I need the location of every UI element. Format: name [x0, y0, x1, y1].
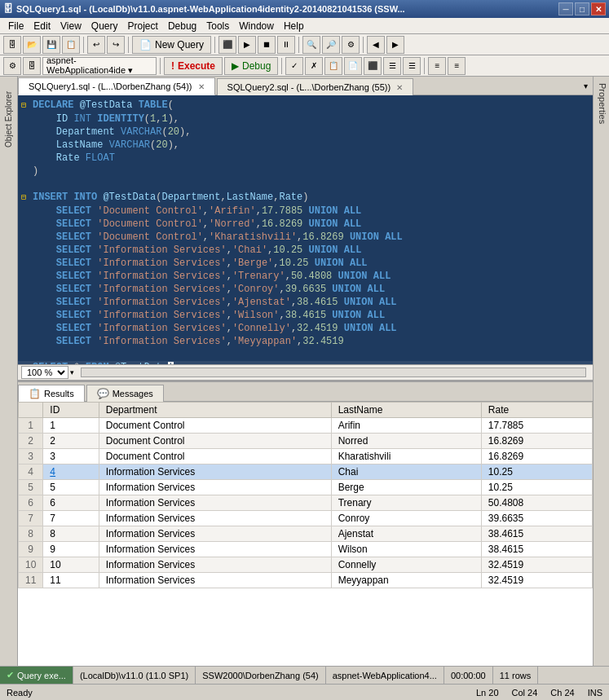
tb-btn-17[interactable]: 🗄 — [23, 57, 41, 75]
table-row[interactable]: 33Document ControlKharatishvili16.8269 — [19, 449, 593, 464]
tab-query2-close[interactable]: ✕ — [396, 83, 403, 92]
tb-btn-10[interactable]: ⏸ — [277, 36, 295, 54]
tb-btn-11[interactable]: 🔍 — [302, 36, 320, 54]
properties-tab[interactable]: Properties — [594, 77, 609, 130]
tb-btn-7[interactable]: ⬛ — [218, 36, 236, 54]
execute-button[interactable]: ! Execute — [164, 57, 223, 75]
tb-btn-21[interactable]: 📄 — [344, 57, 362, 75]
department-cell: Document Control — [99, 449, 331, 464]
table-row[interactable]: 1111Information ServicesMeyyappan32.4519 — [19, 573, 593, 588]
tb-btn-19[interactable]: ✗ — [305, 57, 323, 75]
id-cell[interactable]: 11 — [43, 573, 99, 588]
results-tab-messages[interactable]: 💬 Messages — [86, 385, 164, 402]
tb-btn-8[interactable]: ▶ — [238, 36, 256, 54]
id-cell[interactable]: 7 — [43, 511, 99, 526]
col-header-department[interactable]: Department — [99, 403, 331, 418]
id-cell[interactable]: 8 — [43, 526, 99, 542]
new-query-button[interactable]: 📄 New Query — [132, 36, 211, 54]
id-cell[interactable]: 5 — [43, 480, 99, 495]
results-tab-results[interactable]: 📋 Results — [18, 385, 85, 402]
tb-btn-24[interactable]: ☰ — [403, 57, 421, 75]
tb-btn-9[interactable]: ⏹ — [258, 36, 276, 54]
table-row[interactable]: 88Information ServicesAjenstat38.4615 — [19, 526, 593, 542]
menu-query[interactable]: Query — [86, 19, 123, 33]
col-header-id[interactable]: ID — [43, 403, 99, 418]
id-cell[interactable]: 6 — [43, 495, 99, 511]
table-row[interactable]: 22Document ControlNorred16.8269 — [19, 434, 593, 449]
results-tab-label: Results — [44, 389, 74, 398]
code-line-19: SELECT 'Information Services','Meyyappan… — [18, 335, 593, 348]
col-header-lastname[interactable]: LastName — [331, 403, 481, 418]
tab-query1[interactable]: SQLQuery1.sql - (L...\DorbenZhang (54)) … — [18, 77, 215, 95]
title-bar-icon: 🗄 — [3, 3, 13, 15]
id-cell[interactable]: 3 — [43, 449, 99, 464]
id-cell[interactable]: 10 — [43, 557, 99, 573]
rate-cell: 16.8269 — [481, 434, 592, 449]
tab-dropdown-button[interactable]: ▾ — [579, 80, 593, 92]
debug-button[interactable]: ▶ Debug — [224, 57, 278, 75]
table-row[interactable]: 1010Information ServicesConnelly32.4519 — [19, 557, 593, 573]
code-line-8: ⊟ INSERT INTO @TestData(Department,LastN… — [18, 191, 593, 205]
menu-help[interactable]: Help — [279, 19, 309, 33]
line-indicator-3 — [21, 125, 33, 126]
line-indicator-19 — [21, 335, 33, 336]
tb-btn-22[interactable]: ⬛ — [364, 57, 382, 75]
tb-btn-4[interactable]: 📋 — [62, 36, 80, 54]
code-line-3: Department VARCHAR(20), — [18, 125, 593, 139]
table-row[interactable]: 99Information ServicesWilson38.4615 — [19, 542, 593, 557]
tb-btn-14[interactable]: ◀ — [367, 36, 385, 54]
department-cell: Information Services — [99, 573, 331, 588]
table-row[interactable]: 44Information ServicesChai10.25 — [19, 464, 593, 480]
minimize-button[interactable]: ─ — [558, 2, 573, 15]
tb-btn-20[interactable]: 📋 — [324, 57, 342, 75]
table-row[interactable]: 11Document ControlArifin17.7885 — [19, 418, 593, 434]
tb-btn-18[interactable]: ✓ — [285, 57, 303, 75]
tb-btn-16[interactable]: ⚙ — [3, 57, 21, 75]
database-dropdown[interactable]: aspnet-WebApplication4ide ▾ — [42, 57, 157, 75]
tb-btn-5[interactable]: ↩ — [87, 36, 105, 54]
zoom-select[interactable]: 100 % 75 % 150 % — [21, 366, 68, 379]
tb-btn-2[interactable]: 📂 — [23, 36, 41, 54]
menu-tools[interactable]: Tools — [201, 19, 234, 33]
tb-btn-1[interactable]: 🗄 — [3, 36, 21, 54]
line-indicator-7 — [21, 178, 33, 178]
tb-btn-23[interactable]: ☰ — [383, 57, 401, 75]
tb-btn-6[interactable]: ↪ — [107, 36, 125, 54]
menu-edit[interactable]: Edit — [29, 19, 55, 33]
tb-btn-25[interactable]: ≡ — [428, 57, 446, 75]
tb-btn-15[interactable]: ▶ — [386, 36, 404, 54]
tb-btn-3[interactable]: 💾 — [42, 36, 60, 54]
maximize-button[interactable]: □ — [575, 2, 589, 15]
line-content-10: SELECT 'Document Control','Norred',16.82… — [33, 218, 589, 231]
rate-cell: 38.4615 — [481, 526, 592, 542]
horizontal-scrollbar[interactable] — [81, 368, 586, 377]
menu-project[interactable]: Project — [123, 19, 163, 33]
line-content-21: SELECT * FROM @TestData| — [33, 361, 589, 364]
tb-btn-13[interactable]: ⚙ — [342, 36, 360, 54]
line-indicator-15 — [21, 283, 33, 284]
menu-file[interactable]: File — [3, 19, 29, 33]
code-editor[interactable]: ⊟ DECLARE @TestData TABLE( ID INT IDENTI… — [18, 95, 593, 364]
table-row[interactable]: 66Information ServicesTrenary50.4808 — [19, 495, 593, 511]
menu-window[interactable]: Window — [234, 19, 279, 33]
id-cell[interactable]: 9 — [43, 542, 99, 557]
table-row[interactable]: 77Information ServicesConroy39.6635 — [19, 511, 593, 526]
col-header-rate[interactable]: Rate — [481, 403, 592, 418]
menu-debug[interactable]: Debug — [163, 19, 201, 33]
object-explorer-tab[interactable]: Object Explorer — [2, 85, 15, 154]
close-button[interactable]: ✕ — [591, 2, 606, 15]
id-cell[interactable]: 1 — [43, 418, 99, 434]
results-table-container[interactable]: ID Department LastName Rate 11Document C… — [18, 402, 593, 609]
tb-btn-12[interactable]: 🔎 — [322, 36, 340, 54]
tab-query2[interactable]: SQLQuery2.sql - (L...\DorbenZhang (55)) … — [217, 78, 414, 95]
line-content-17: SELECT 'Information Services','Wilson',3… — [33, 309, 589, 322]
menu-view[interactable]: View — [55, 19, 86, 33]
tab-query2-label: SQLQuery2.sql - (L...\DorbenZhang (55)) — [227, 82, 391, 92]
table-row[interactable]: 55Information ServicesBerge10.25 — [19, 480, 593, 495]
tb-btn-26[interactable]: ≡ — [448, 57, 466, 75]
id-cell[interactable]: 2 — [43, 434, 99, 449]
row-num-cell: 10 — [19, 557, 43, 573]
code-line-13: SELECT 'Information Services','Berge',10… — [18, 257, 593, 270]
id-cell[interactable]: 4 — [43, 464, 99, 480]
tab-query1-close[interactable]: ✕ — [198, 82, 205, 91]
